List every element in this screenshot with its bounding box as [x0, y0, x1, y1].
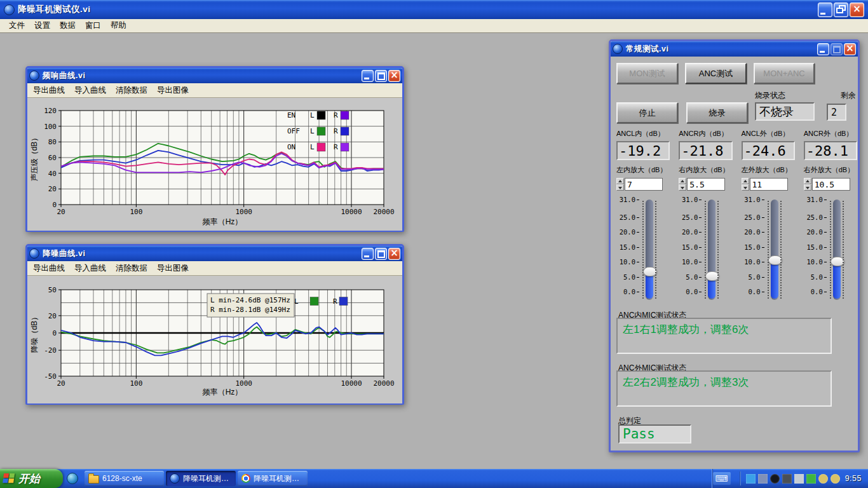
verdict-box: Pass	[618, 424, 691, 444]
slider-tick-label: 25.0	[679, 214, 702, 221]
menu-item-1[interactable]: 导出曲线	[29, 261, 69, 276]
slider-track[interactable]	[833, 200, 841, 300]
spinner-up-button[interactable]	[616, 178, 624, 184]
minimize-button[interactable]	[362, 248, 374, 260]
spinner-up-button[interactable]	[679, 178, 686, 184]
slider-tick-label: 20.0	[616, 228, 639, 236]
taskbar-button-2[interactable]: 降噪耳机测试仪.vi	[166, 471, 236, 486]
menu-item-4[interactable]: 导出图像	[153, 83, 193, 98]
mode-button-3[interactable]: MON+ANC	[754, 63, 815, 84]
main-window-titlebar[interactable]: 降噪耳机测试仪.vi	[0, 0, 868, 19]
slider-tick-label: 20.0	[742, 228, 764, 236]
x-tick-label: 1000	[235, 379, 252, 388]
menu-item-3[interactable]: 清除数据	[111, 261, 152, 276]
taskbar-button-label: 降噪耳机测试仪.vi	[183, 473, 232, 484]
quick-launch-icon[interactable]	[67, 473, 78, 484]
y-tick-label: 0	[52, 201, 57, 209]
minimize-icon	[362, 71, 373, 81]
gain-spinner-3: 11	[742, 178, 795, 191]
spinner-down-button[interactable]	[804, 184, 811, 191]
camera-icon[interactable]	[782, 474, 792, 484]
qq-icon[interactable]	[770, 474, 780, 484]
offline-icon[interactable]	[758, 474, 768, 484]
network-icon[interactable]	[746, 474, 756, 484]
mode-button-2[interactable]: ANC测试	[685, 63, 747, 84]
slider-thumb[interactable]	[831, 257, 844, 266]
x-axis-label: 频率（Hz）	[202, 388, 243, 396]
minimize-button[interactable]	[818, 3, 832, 17]
y-tick-label: -20	[44, 346, 57, 355]
close-button[interactable]	[850, 3, 864, 17]
maximize-button[interactable]	[375, 248, 387, 260]
gain-input[interactable]: 10.5	[812, 178, 850, 191]
chrome-icon	[241, 474, 250, 483]
freq-window-body: 0204060801001202010010001000020000频率（Hz）…	[27, 98, 402, 231]
volume-icon[interactable]	[794, 474, 804, 484]
x-tick-label: 20000	[373, 379, 394, 388]
menu-item-1[interactable]: 文件	[4, 18, 29, 33]
slider-tick-label: 10.0	[804, 258, 827, 266]
menu-item-3[interactable]: 清除数据	[111, 83, 152, 98]
slider-thumb[interactable]	[705, 271, 719, 281]
menu-item-5[interactable]: 帮助	[106, 18, 131, 33]
close-button[interactable]	[388, 70, 400, 82]
slider-tick-label: 31.0	[804, 196, 827, 203]
test-window-titlebar[interactable]: 常规测试.vi	[611, 41, 858, 57]
minimize-button[interactable]	[362, 70, 374, 82]
slider-tick-label: 20.0	[679, 228, 702, 236]
y-tick-label: 120	[44, 107, 57, 115]
y-tick-label: 80	[48, 138, 57, 146]
stop-button[interactable]: 停止	[616, 102, 678, 123]
coin-icon[interactable]	[818, 474, 828, 484]
menu-item-2[interactable]: 导入曲线	[70, 261, 111, 276]
gain-input[interactable]: 11	[750, 178, 788, 191]
spinner-down-button[interactable]	[616, 184, 624, 191]
slider-tick-label: 5.0	[679, 273, 702, 281]
restore-button[interactable]	[834, 3, 848, 17]
close-icon	[389, 71, 400, 81]
spinner-up-button[interactable]	[742, 178, 749, 184]
menu-item-2[interactable]: 设置	[30, 18, 55, 33]
gain-input[interactable]: 7	[625, 178, 663, 191]
menu-item-1[interactable]: 导出曲线	[29, 83, 69, 98]
burn-status-value: 不烧录	[759, 104, 794, 119]
burn-button[interactable]: 烧录	[686, 102, 748, 123]
x-tick-label: 10000	[341, 379, 362, 388]
minimize-button[interactable]	[817, 43, 829, 55]
menu-item-3[interactable]: 数据	[55, 18, 80, 33]
taskbar-button-3[interactable]: 降噪耳机测试仪20...	[238, 471, 308, 486]
close-button[interactable]	[388, 248, 400, 260]
legend-l-label: L	[310, 127, 315, 135]
x-tick-label: 100	[130, 379, 142, 388]
mic-inner-status-text: 左1右1调整成功，调整6次	[623, 323, 749, 336]
input-method-icon[interactable]	[713, 472, 731, 485]
taskbar: 开始 6128-sc-xte降噪耳机测试仪.vi降噪耳机测试仪20... 9:5…	[0, 469, 868, 488]
spinner-up-button[interactable]	[804, 178, 811, 184]
slider-thumb[interactable]	[768, 255, 782, 265]
nr-window-titlebar[interactable]: 降噪曲线.vi	[27, 246, 402, 261]
update-icon[interactable]	[806, 474, 816, 484]
gain-input[interactable]: 5.5	[687, 178, 725, 191]
slider-track[interactable]	[771, 200, 778, 300]
gains-row: 左内放大（dB）731.025.020.015.010.05.00.0右内放大（…	[616, 165, 857, 309]
spinner-down-button[interactable]	[742, 184, 749, 191]
menu-item-4[interactable]: 导出图像	[153, 261, 193, 276]
slider-track[interactable]	[708, 200, 715, 300]
taskbar-button-1[interactable]: 6128-sc-xte	[85, 471, 164, 486]
freq-window-titlebar[interactable]: 频响曲线.vi	[27, 68, 402, 83]
slider-thumb[interactable]	[643, 267, 657, 276]
mode-button-1[interactable]: MON测试	[616, 63, 678, 84]
menu-item-4[interactable]: 窗口	[81, 18, 105, 33]
reading-2: ANCR内（dB）-21.8	[679, 129, 732, 160]
slider-tick-label: 31.0	[742, 196, 764, 203]
slider-tick-label: 15.0	[616, 243, 639, 251]
menu-item-2[interactable]: 导入曲线	[70, 83, 111, 98]
maximize-button[interactable]	[375, 70, 387, 82]
slider-track[interactable]	[646, 200, 653, 300]
close-button[interactable]	[844, 43, 856, 55]
coin-icon-2[interactable]	[831, 474, 840, 484]
vi-icon	[29, 71, 39, 81]
start-button[interactable]: 开始	[0, 469, 63, 488]
reading-label: ANCR内（dB）	[679, 129, 732, 139]
spinner-down-button[interactable]	[679, 184, 686, 191]
